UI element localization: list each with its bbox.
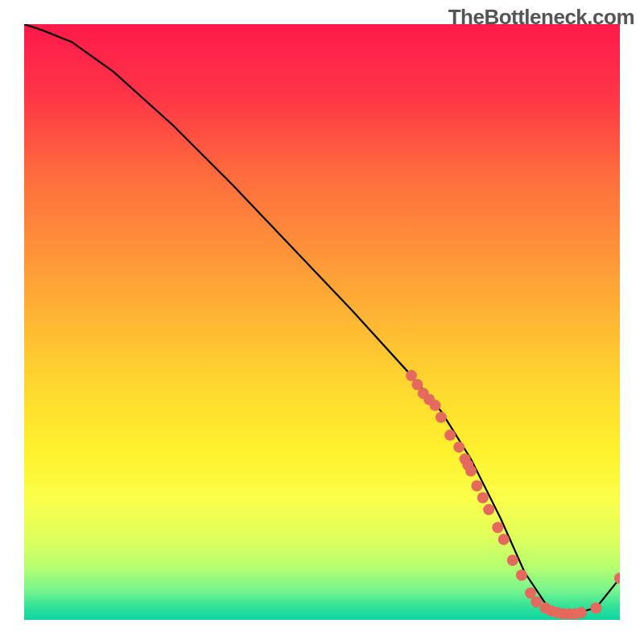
hardware-point bbox=[483, 504, 494, 515]
chart-container: TheBottleneck.com bbox=[0, 0, 644, 644]
watermark-text: TheBottleneck.com bbox=[448, 5, 634, 30]
hardware-point bbox=[430, 400, 441, 411]
hardware-point bbox=[444, 430, 456, 441]
hardware-point bbox=[507, 555, 518, 566]
hardware-point bbox=[453, 441, 464, 452]
hardware-point bbox=[492, 522, 503, 533]
hardware-point bbox=[576, 607, 587, 618]
hardware-point bbox=[465, 465, 477, 477]
hardware-point bbox=[590, 602, 601, 613]
hardware-point bbox=[471, 481, 482, 492]
hardware-point bbox=[436, 411, 447, 423]
plot-background bbox=[24, 24, 620, 620]
hardware-point bbox=[477, 492, 489, 503]
bottleneck-plot bbox=[24, 24, 620, 620]
hardware-point bbox=[498, 534, 510, 545]
hardware-point bbox=[516, 570, 527, 581]
